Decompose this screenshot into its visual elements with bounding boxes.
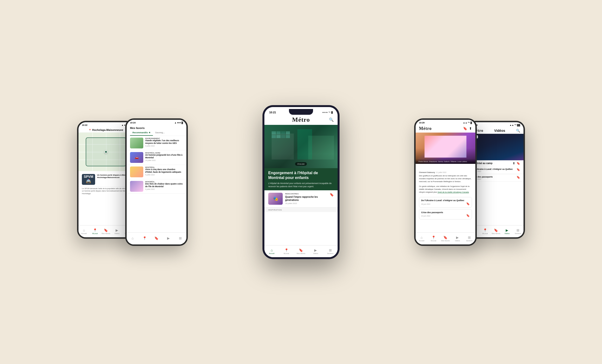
play-icon-center: ▶ — [314, 248, 317, 252]
time-left2: 10:22 — [82, 124, 87, 126]
nav-videos-right2[interactable]: ▶ Vidéos — [502, 225, 513, 237]
grid-icon-center: ⊞ — [329, 248, 332, 252]
share-icon-right1[interactable]: ⬆ — [469, 126, 472, 130]
nav-videos-center[interactable]: ▶ Vidéos — [308, 245, 323, 257]
bookmark-icon-video[interactable]: 🔖 — [516, 162, 520, 165]
video-item-1[interactable]: De l'Ukraine à Laval: s'intégrer au Québ… — [469, 166, 524, 174]
right2-header: Métro Vidéos 🔍 — [469, 127, 524, 134]
time-center: 10:21 — [269, 111, 276, 114]
article-item-center[interactable]: 🎭 RENCONTRES Quand l'impro rapproche les… — [264, 190, 338, 207]
phone-right-1-screen: 10:29 ▲▲ 〜 ▓ Métro 🔖 ⬆ — [416, 120, 475, 244]
nav-mlocal-right1[interactable]: 📍 MLocal — [428, 233, 440, 244]
play-icon-l1: ▶ — [167, 236, 170, 240]
map-pin — [105, 150, 108, 153]
search-icon-right2[interactable]: 🔍 — [516, 129, 520, 133]
fav-article-1[interactable]: ENVIRONNEMENT Viande végétale: l'un des … — [127, 136, 186, 150]
fav-article-3[interactable]: MONTRÉAL Vivre à cinq dans une chambre d… — [127, 165, 186, 179]
nav-sections-right1[interactable]: ⊞ Sections — [463, 233, 475, 244]
center-content: 10:21 ◂ App Store ▲▲▲ 〜 ▓ Métro 🔍 — [264, 107, 338, 257]
tab-recommandes[interactable]: Recommandés ★ — [130, 130, 153, 136]
hero-badge-center: À la une — [295, 162, 307, 166]
play-icon-left2: ▶ — [116, 228, 118, 232]
right1-header: Métro 🔖 ⬆ — [416, 125, 475, 133]
time-left1: 10:24 — [130, 122, 136, 124]
notch — [289, 109, 313, 115]
favorites-title: Mes favoris — [127, 125, 186, 130]
bottom-nav-right2: ⌂ Accueil 📍 MLocal 🔖 Mes favoris ▶ Vidéo… — [469, 225, 524, 237]
mlocal-icon-r1: 📍 — [431, 236, 436, 239]
home-icon-center: ⌂ — [271, 248, 273, 252]
nav-favoris-left1[interactable]: 🔖 — [150, 233, 162, 244]
share-icon-video[interactable]: ⬆ — [513, 162, 515, 165]
nav-videos-left1[interactable]: ▶ — [162, 233, 175, 244]
nav-accueil-left2[interactable]: ⌂ Accueil — [78, 225, 90, 237]
status-bar-right2: 10:29 ▲▲ 〜 ▓▓ — [469, 122, 524, 127]
nav-sections-left1[interactable]: ⊞ — [174, 233, 186, 244]
nav-mlocal-left2[interactable]: 📍 MLocal — [90, 225, 101, 237]
status-bar-right1: 10:29 ▲▲ 〜 ▓ — [416, 120, 475, 125]
videos-section-title: Vidéos — [494, 129, 505, 133]
fav-thumb-1 — [130, 138, 143, 148]
nav-accueil-right1[interactable]: ⌂ Accueil — [416, 233, 428, 244]
header-icons-right1: 🔖 ⬆ — [463, 126, 472, 130]
nav-mlocal-center[interactable]: 📍 MLocal — [279, 245, 294, 257]
tab-sauvegardes[interactable]: Sauveg... — [153, 130, 167, 136]
card-right1-1[interactable]: De l'Ukraine à Laval: s'intégrer au Québ… — [419, 197, 472, 208]
nav-favoris-right2[interactable]: 🔖 Mes favoris — [491, 225, 502, 237]
bottom-nav-center: ⌂ Accueil 📍 MLocal 🔖 Mes favoris ▶ Vidéo… — [264, 245, 338, 257]
battery-icon: ▓ — [331, 111, 333, 114]
hero-building — [264, 125, 338, 168]
home-icon-l1: ⌂ — [132, 236, 134, 240]
bookmark-card2[interactable]: 🔖 — [466, 214, 470, 217]
phone-center-shell: 10:21 ◂ App Store ▲▲▲ 〜 ▓ Métro 🔍 — [262, 105, 340, 259]
bookmark-video1[interactable]: 🔖 — [516, 168, 520, 171]
bookmark-icon-right1[interactable]: 🔖 — [463, 126, 467, 130]
scene: 10:22 ▲ ●●● ▓ 📍 Hochelaga-Maisonneuve — [132, 38, 470, 326]
card-right1-2[interactable]: Crise des passeports 22 juin 2022 🔖 — [419, 209, 472, 220]
video-hero-thumb[interactable]: 🎬 Métro — [469, 134, 524, 160]
favorites-tab-bar: Recommandés ★ Sauveg... — [127, 130, 186, 136]
fav-article-4[interactable]: MONTRÉAL Des îlots de chaleur dans quatr… — [127, 179, 186, 194]
mlocal-icon: 📍 — [93, 228, 97, 232]
nav-favoris-right1[interactable]: 🔖 Mes favoris — [440, 233, 452, 244]
author-line-right1: Clement Gaboury 11 juillet 2022 — [416, 171, 475, 174]
nav-videos-left2[interactable]: ▶ Vidéos — [111, 225, 123, 237]
nav-sections-right2[interactable]: ⊞ Sections — [512, 225, 524, 237]
video-caption-row: Montréal au camp ⬆ 🔖 — [469, 160, 524, 166]
video-item-2[interactable]: Crise des passeports 22 juin 2022 🔖 — [469, 174, 524, 182]
phone-right-2-screen: 10:29 ▲▲ 〜 ▓▓ Métro Vidéos 🔍 🎬 — [469, 122, 524, 237]
link-right1[interactable]: Sujet de la réalité climatique Canada — [438, 191, 469, 193]
nav-mlocal-left1[interactable]: 📍 — [139, 233, 151, 244]
bottom-nav-left1: ⌂ 📍 🔖 ▶ ⊞ — [127, 232, 186, 244]
bookmark-icon-r1: 🔖 — [443, 236, 447, 239]
right1-title: L'art au service de la planète — [416, 164, 475, 172]
hero-subtitle-center: L'Hôpital de Montréal pour enfants est p… — [268, 182, 334, 188]
home-icon: ⌂ — [83, 228, 85, 232]
bookmark-icon-l1: 🔖 — [154, 236, 159, 240]
signal-icon: ▲▲▲ — [322, 111, 328, 113]
bookmark-video2[interactable]: 🔖 — [516, 176, 520, 179]
fav-article-2[interactable]: 🚗 MONTRÉAL-NORD Un homme poignardé lors … — [127, 150, 186, 165]
nav-favoris-left2[interactable]: 🔖 Mes favoris — [100, 225, 111, 237]
bookmark-card1[interactable]: 🔖 — [466, 202, 470, 206]
bookmark-center[interactable]: 🔖 — [330, 193, 334, 205]
article-title-center: Quand l'impro rapproche les générations — [285, 195, 327, 202]
article-category-center: RENCONTRES — [285, 193, 327, 195]
grid-icon-l1: ⊞ — [179, 236, 182, 240]
nav-accueil-left1[interactable]: ⌂ — [127, 233, 139, 244]
section-label-center: INSPIRATION — [264, 207, 338, 212]
metro-logo-right1: Métro — [419, 126, 432, 131]
nav-accueil-center[interactable]: ⌂ Accueil — [264, 245, 279, 257]
search-button-center[interactable]: 🔍 — [329, 117, 334, 122]
hero-image-center: À la une — [264, 125, 338, 168]
right1-hero: Pretre Mouls, Shautcane, Sarnia, Galluch… — [416, 133, 475, 164]
nav-videos-right1[interactable]: ▶ Vidéos — [452, 233, 463, 244]
hero-title-area[interactable]: Engorgement à l'Hôpital de Montréal pour… — [264, 168, 338, 190]
nav-sections-center[interactable]: ⊞ Sections — [323, 245, 338, 257]
time-right1: 10:29 — [419, 122, 425, 124]
bookmark-icon-r2: 🔖 — [494, 228, 498, 232]
nav-favoris-center[interactable]: 🔖 Mes favoris — [294, 245, 309, 257]
phone-center: 10:21 ◂ App Store ▲▲▲ 〜 ▓ Métro 🔍 — [262, 105, 340, 259]
nav-mlocal-right2[interactable]: 📍 MLocal — [480, 225, 491, 237]
wifi-icon: 〜 — [328, 111, 330, 114]
